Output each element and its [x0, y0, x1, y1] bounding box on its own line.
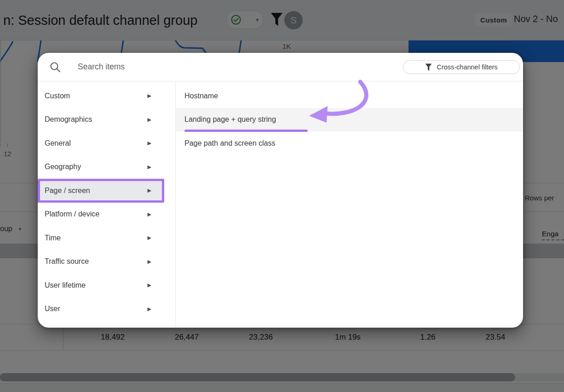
- chevron-right-icon: ▶: [148, 117, 151, 122]
- category-demographics[interactable]: Demographics ▶: [38, 108, 175, 132]
- filter-icon: [425, 63, 432, 71]
- chevron-right-icon: ▶: [148, 93, 151, 98]
- dimension-label: Page path and screen class: [184, 139, 275, 148]
- dimension-label: Landing page + query string: [184, 115, 276, 124]
- category-label: Platform / device: [45, 210, 99, 218]
- dimension-label: Hostname: [184, 92, 218, 100]
- category-page-screen[interactable]: Page / screen ▶: [38, 179, 175, 203]
- search-icon: [49, 61, 61, 73]
- category-label: Traffic source: [45, 257, 89, 266]
- category-column: Custom ▶ Demographics ▶ General ▶ Geogra…: [38, 82, 176, 328]
- category-geography[interactable]: Geography ▶: [38, 155, 175, 179]
- chevron-right-icon: ▶: [148, 141, 151, 146]
- chevron-right-icon: ▶: [148, 259, 151, 264]
- dimension-landing-page-query-string[interactable]: Landing page + query string: [176, 108, 523, 132]
- dialog-search-header: Cross-channel filters: [38, 53, 523, 81]
- dimension-column: Hostname Landing page + query string Pag…: [176, 82, 523, 328]
- dialog-body: Custom ▶ Demographics ▶ General ▶ Geogra…: [38, 82, 523, 328]
- category-label: Demographics: [45, 115, 92, 124]
- category-traffic-source[interactable]: Traffic source ▶: [38, 250, 175, 274]
- category-general[interactable]: General ▶: [38, 131, 175, 155]
- category-time[interactable]: Time ▶: [38, 226, 175, 250]
- dimension-hostname[interactable]: Hostname: [176, 84, 523, 108]
- cross-channel-filters-button[interactable]: Cross-channel filters: [403, 60, 520, 74]
- category-user-lifetime[interactable]: User lifetime ▶: [38, 273, 175, 297]
- chevron-right-icon: ▶: [148, 212, 151, 217]
- category-label: Custom: [45, 92, 70, 100]
- category-label: General: [45, 139, 71, 148]
- category-label: User: [45, 305, 60, 313]
- chevron-right-icon: ▶: [148, 235, 151, 240]
- screenshot-root: n: Session default channel group ▾ S Cus…: [0, 0, 564, 392]
- category-label: Page / screen: [45, 187, 90, 195]
- category-platform-device[interactable]: Platform / device ▶: [38, 203, 175, 227]
- chevron-right-icon: ▶: [148, 188, 151, 193]
- category-label: Time: [45, 234, 61, 242]
- category-label: Geography: [45, 163, 81, 171]
- category-user[interactable]: User ▶: [38, 297, 175, 321]
- chevron-right-icon: ▶: [148, 283, 151, 288]
- category-label: User lifetime: [45, 281, 86, 290]
- dimension-page-path-screen-class[interactable]: Page path and screen class: [176, 131, 523, 155]
- category-custom[interactable]: Custom ▶: [38, 84, 175, 108]
- dimension-picker-dialog: Cross-channel filters Custom ▶ Demograph…: [38, 53, 523, 328]
- filters-button-label: Cross-channel filters: [437, 63, 497, 71]
- chevron-right-icon: ▶: [148, 307, 151, 312]
- chevron-right-icon: ▶: [148, 165, 151, 170]
- search-input[interactable]: [77, 62, 334, 72]
